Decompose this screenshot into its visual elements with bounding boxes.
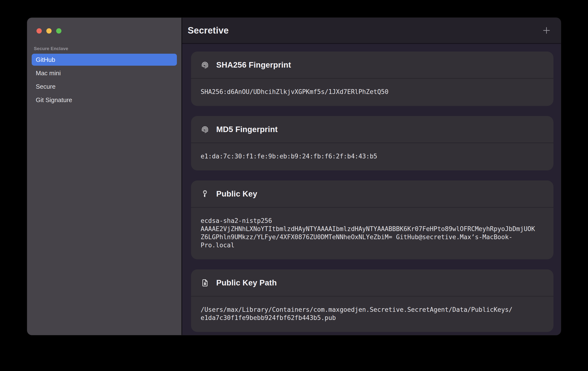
card-header: Public Key Path	[191, 269, 553, 296]
titlebar: Secretive	[182, 18, 561, 44]
close-button[interactable]	[36, 28, 42, 34]
fingerprint-icon	[201, 61, 209, 69]
card-header: MD5 Fingerprint	[191, 116, 553, 143]
card-public-key-path: Public Key Path /Users/max/Library/Conta…	[191, 269, 553, 332]
document-lock-icon	[201, 279, 209, 287]
secret-detail: SHA256 Fingerprint SHA256:d6AnOU/UDhcihZ…	[182, 44, 561, 335]
card-header: SHA256 Fingerprint	[191, 51, 553, 79]
zoom-button[interactable]	[56, 28, 62, 34]
add-secret-button[interactable]	[542, 26, 551, 35]
public-key-path-value: /Users/max/Library/Containers/com.maxgoe…	[201, 306, 514, 322]
main-panel: Secretive	[182, 18, 561, 335]
page-title: Secretive	[188, 25, 542, 36]
sidebar-list: GitHub Mac mini Secure Git Signature	[32, 54, 177, 106]
traffic-lights	[36, 28, 177, 34]
sidebar-item-github[interactable]: GitHub	[32, 54, 177, 66]
card-body: ecdsa-sha2-nistp256 AAAAE2VjZHNhLXNoYTIt…	[191, 208, 553, 259]
sha256-fingerprint-value: SHA256:d6AnOU/UDhcihZlkjvXGPKmf5s/1JXd7E…	[201, 88, 536, 96]
sidebar: Secure Enclave GitHub Mac mini Secure Gi…	[27, 18, 182, 335]
key-icon	[201, 190, 209, 198]
sidebar-item-git-signature[interactable]: Git Signature	[32, 94, 177, 106]
sidebar-item-mac-mini[interactable]: Mac mini	[32, 67, 177, 79]
plus-icon	[542, 26, 551, 34]
app-window: Secure Enclave GitHub Mac mini Secure Gi…	[27, 18, 561, 335]
card-public-key: Public Key ecdsa-sha2-nistp256 AAAAE2VjZ…	[191, 180, 553, 259]
sidebar-item-secure[interactable]: Secure	[32, 80, 177, 92]
fingerprint-icon	[201, 125, 209, 134]
card-sha256-fingerprint: SHA256 Fingerprint SHA256:d6AnOU/UDhcihZ…	[191, 51, 553, 106]
card-title: Public Key	[216, 189, 257, 199]
card-body: e1:da:7c:30:f1:fe:9b:eb:b9:24:fb:f6:2f:b…	[191, 143, 553, 170]
card-md5-fingerprint: MD5 Fingerprint e1:da:7c:30:f1:fe:9b:eb:…	[191, 116, 553, 170]
card-body: SHA256:d6AnOU/UDhcihZlkjvXGPKmf5s/1JXd7E…	[191, 79, 553, 106]
minimize-button[interactable]	[46, 28, 52, 34]
sidebar-section-header: Secure Enclave	[34, 46, 177, 51]
public-key-value: ecdsa-sha2-nistp256 AAAAE2VjZHNhLXNoYTIt…	[201, 217, 536, 249]
card-title: MD5 Fingerprint	[216, 125, 278, 134]
card-title: Public Key Path	[216, 278, 277, 287]
md5-fingerprint-value: e1:da:7c:30:f1:fe:9b:eb:b9:24:fb:f6:2f:b…	[201, 152, 536, 160]
card-header: Public Key	[191, 180, 553, 208]
card-body: /Users/max/Library/Containers/com.maxgoe…	[191, 296, 553, 332]
card-title: SHA256 Fingerprint	[216, 60, 291, 70]
